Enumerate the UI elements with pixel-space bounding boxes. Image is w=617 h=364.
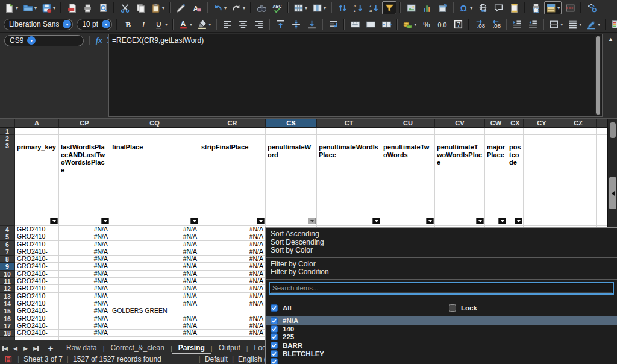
copy-button[interactable] [133,1,148,14]
row-header-2[interactable]: 2 [0,135,15,142]
cell[interactable]: #N/A [199,300,266,307]
cell[interactable] [110,128,199,135]
paste-button[interactable]: ▾ [149,1,166,14]
cell[interactable]: stripFinalPlace [199,142,266,226]
previous-sheet-button[interactable]: ◀ [10,344,20,353]
border-color-button[interactable]: ▾ [584,17,602,31]
cell[interactable]: #N/A [59,226,110,233]
cell[interactable]: #N/A [199,226,266,233]
merge-cells-button[interactable] [363,17,378,31]
dropdown-arrow-icon[interactable]: ▾ [165,22,168,27]
autofilter-arrow-CQ[interactable] [190,218,198,224]
cell[interactable]: #N/A [59,315,110,322]
dropdown-arrow-icon[interactable]: ▾ [414,22,416,27]
special-character-button[interactable]: Ω▾ [457,1,474,14]
cell[interactable]: GRO2410-0002 [15,241,59,248]
last-sheet-button[interactable]: ▶ [31,344,41,353]
cell[interactable] [15,135,59,142]
dropdown-arrow-icon[interactable]: ▾ [243,5,245,11]
dropdown-arrow-icon[interactable]: ▾ [224,5,227,11]
insert-chart-button[interactable] [419,1,434,14]
sort-descending-button[interactable]: za [366,1,381,14]
autofilter-arrow-CV[interactable] [476,218,484,224]
cell[interactable] [15,337,59,340]
cell[interactable] [560,142,597,226]
dropdown-arrow-icon[interactable]: ▾ [208,22,211,27]
cell[interactable] [597,135,607,142]
sort-ascending-button[interactable]: az [351,1,365,14]
cell[interactable]: #N/A [59,233,110,240]
cell[interactable]: #N/A [199,271,266,278]
menu-item[interactable]: Filter by Color [266,260,617,269]
column-header-CW[interactable]: CW [485,119,507,128]
cut-button[interactable] [117,1,132,14]
dropdown-arrow-icon[interactable]: ▾ [53,5,55,11]
headers-and-footers-button[interactable] [507,1,521,14]
cell[interactable]: GOLDERS GREEN [110,307,199,315]
cell[interactable]: GRO2410-0008 [15,285,59,292]
pivot-table-button[interactable] [435,1,449,14]
lock-checkbox[interactable] [449,304,456,312]
border-style-button[interactable]: ▾ [566,17,583,31]
print-button[interactable] [80,1,95,14]
cell[interactable]: #N/A [110,233,199,240]
cell[interactable]: GRO2410-0014 [15,330,59,337]
cell[interactable]: GRO2410-0012 [15,315,59,322]
open-file-button[interactable]: ▾ [21,1,39,14]
column-header-CV[interactable]: CV [435,119,485,128]
merge-and-center-button[interactable] [348,17,362,31]
checkbox-icon[interactable] [271,333,278,340]
cell[interactable] [597,142,607,226]
cell[interactable]: majorPlace [485,142,507,226]
cell[interactable]: #N/A [110,300,199,307]
cell[interactable] [199,307,266,315]
cell[interactable]: #N/A [199,256,266,263]
new-document-button[interactable]: ▾ [2,1,20,14]
cell[interactable]: #N/A [59,300,110,307]
dropdown-arrow-icon[interactable]: ▾ [557,5,560,11]
row-header-4[interactable]: 4 [0,226,15,233]
cell[interactable]: GRO2410-0007 [15,278,59,285]
cell[interactable]: penultimateWordIsPlace [317,142,381,226]
formula-scrollbar[interactable] [595,36,601,115]
chevron-down-icon[interactable]: ▾ [102,20,110,28]
cell[interactable] [199,337,266,340]
dropdown-arrow-icon[interactable]: ▾ [16,5,18,11]
select-all-corner[interactable] [0,119,15,128]
checkbox-icon[interactable] [271,342,278,349]
search-box[interactable] [269,282,614,295]
cell[interactable] [485,128,507,135]
row-header-3[interactable]: 3 [0,142,15,226]
cell[interactable]: #N/A [199,241,266,248]
insert-image-button[interactable] [404,1,418,14]
column-header-A[interactable]: A [15,119,59,128]
column-header-CX[interactable]: CX [507,119,524,128]
cell[interactable]: #N/A [110,293,199,300]
split-handle[interactable] [609,177,616,209]
cell[interactable]: postcode [507,142,524,226]
row-header-6[interactable]: 6 [0,241,15,248]
cell[interactable] [507,135,524,142]
cell[interactable] [560,128,597,135]
cell[interactable] [435,135,485,142]
cell[interactable]: #N/A [110,271,199,278]
cell[interactable]: #N/A [110,263,199,270]
conditional-formatting-button[interactable]: ▾ [609,17,617,31]
search-input[interactable] [271,284,612,293]
cell[interactable]: #N/A [110,330,199,337]
cell[interactable]: GRO2410-0011 [15,307,59,315]
formula-input[interactable]: =REGEX(CR9,getLastWord) [108,34,603,117]
column-header-CP[interactable]: CP [59,119,110,128]
cell[interactable] [485,135,507,142]
function-wizard-button[interactable]: fx [96,36,102,45]
autofilter-arrow-A[interactable] [50,218,58,224]
sheet-tab-parsing[interactable]: Parsing [172,342,211,354]
dropdown-arrow-icon[interactable]: ▾ [34,5,37,11]
percent-format-button[interactable]: % [419,17,434,31]
cell[interactable]: GRO2410-0010 [15,300,59,307]
collapse-formula-bar-button[interactable]: ▲ [608,36,613,42]
cell[interactable]: #N/A [59,330,110,337]
autofilter-arrow-CU[interactable] [426,218,434,224]
row-header-null[interactable] [0,337,15,340]
cell[interactable]: #N/A [110,322,199,330]
